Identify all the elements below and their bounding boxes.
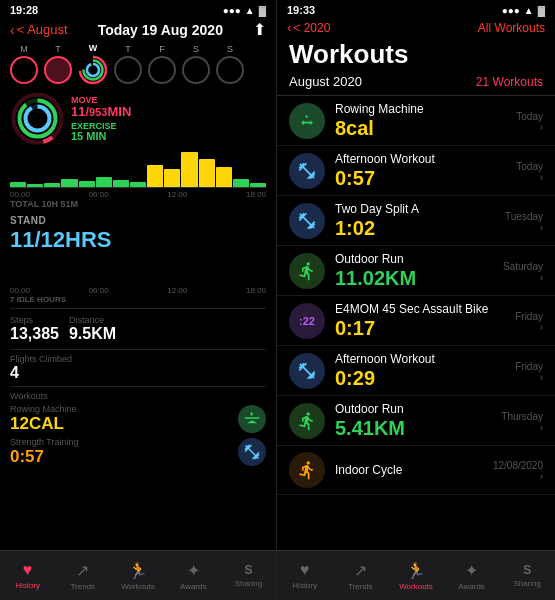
left-workout-strength[interactable]: Strength Training 0:57 [10, 437, 266, 467]
move-value: 11/953MIN [71, 105, 131, 119]
main-rings [10, 91, 65, 146]
trends-icon-right: ↗ [354, 561, 367, 580]
tab-history-right[interactable]: ♥ History [277, 561, 333, 590]
history-icon: ♥ [23, 561, 33, 579]
history-label-right: History [292, 581, 317, 590]
e4mom-day: Friday [515, 311, 543, 322]
right-panel: 19:33 ●●● ▲ ▓ ‹ < 2020 All Workouts Work… [277, 0, 555, 600]
svg-point-8 [26, 107, 50, 131]
left-strength-value: 0:57 [10, 447, 79, 467]
afternoon1-day: Today [516, 161, 543, 172]
workout-row-afternoon1[interactable]: Afternoon Workout 0:57 Today › [277, 146, 555, 196]
tab-workouts-left[interactable]: 🏃 Workouts [110, 561, 165, 591]
left-status-icons: ●●● ▲ ▓ [223, 5, 266, 16]
strength-icon-badge [238, 438, 266, 466]
workout-row-rowing[interactable]: Rowing Machine 8cal Today › [277, 96, 555, 146]
outdoorrun2-chevron: › [540, 422, 543, 433]
separator-3 [10, 386, 266, 387]
workout-row-e4mom[interactable]: :22 E4MOM 45 Sec Assault Bike 0:17 Frida… [277, 296, 555, 346]
tab-sharing-left[interactable]: S Sharing [221, 563, 276, 588]
back-button[interactable]: ‹ < August [10, 22, 68, 38]
dumbbell-icon-left [243, 443, 261, 461]
dumbbell-icon-circle-1 [289, 153, 325, 189]
outdoorrun1-metric: 11.02KM [335, 267, 503, 289]
left-panel: 19:28 ●●● ▲ ▓ ‹ < August Today 19 Aug 20… [0, 0, 277, 600]
dumbbell-workout-icon-1 [297, 161, 317, 181]
afternoon1-name: Afternoon Workout [335, 152, 516, 166]
tab-trends-right[interactable]: ↗ Trends [333, 561, 389, 591]
awards-icon-left: ✦ [187, 561, 200, 580]
move-chart-section: 00:00 06:00 12:00 18:00 TOTAL 10H 51M [10, 150, 266, 209]
run-icon-circle-2 [289, 403, 325, 439]
day-item-sat[interactable]: S [182, 44, 210, 84]
share-icon[interactable]: ⬆ [253, 20, 266, 39]
timer-icon-circle: :22 [289, 303, 325, 339]
day-item-thu[interactable]: T [114, 44, 142, 84]
afternoon2-day: Friday [515, 361, 543, 372]
workouts-icon-right: 🏃 [406, 561, 426, 580]
wifi-icon: ▲ [245, 5, 255, 16]
sharing-label-right: Sharing [513, 579, 541, 588]
left-strength-name: Strength Training [10, 437, 79, 447]
chevron-left-icon: ‹ [10, 22, 15, 38]
trends-icon: ↗ [76, 561, 89, 580]
dumbbell-icon-circle-2 [289, 203, 325, 239]
right-back-button[interactable]: ‹ < 2020 [287, 20, 330, 35]
tab-sharing-right[interactable]: S Sharing [499, 563, 555, 588]
afternoon1-info: Afternoon Workout 0:57 [335, 152, 516, 189]
separator-1 [10, 308, 266, 309]
exercise-value: 15 MIN [71, 131, 131, 142]
signal-icon: ●●● [223, 5, 241, 16]
workout-row-twodaysplit[interactable]: Two Day Split A 1:02 Tuesday › [277, 196, 555, 246]
rowing-icon-badge [238, 405, 266, 433]
right-signal-icon: ●●● [502, 5, 520, 16]
afternoon1-chevron: › [540, 172, 543, 183]
day-item-fri[interactable]: F [148, 44, 176, 84]
rowing-chevron: › [540, 122, 543, 133]
left-workout-rowing[interactable]: Rowing Machine 12CAL [10, 404, 266, 434]
e4mom-info: E4MOM 45 Sec Assault Bike 0:17 [335, 302, 515, 339]
awards-label-left: Awards [180, 582, 207, 591]
tab-awards-right[interactable]: ✦ Awards [444, 561, 500, 591]
day-item-sun[interactable]: S [216, 44, 244, 84]
outdoorrun2-metric: 5.41KM [335, 417, 501, 439]
right-tab-bar: ♥ History ↗ Trends 🏃 Workouts ✦ Awards S… [277, 550, 555, 600]
afternoon2-metric: 0:29 [335, 367, 515, 389]
distance-value: 9.5KM [69, 325, 116, 343]
stand-value: 11/12HRS [10, 228, 266, 252]
tab-trends-left[interactable]: ↗ Trends [55, 561, 110, 591]
workout-row-outdoorrun1[interactable]: Outdoor Run 11.02KM Saturday › [277, 246, 555, 296]
tab-history-left[interactable]: ♥ History [0, 561, 55, 590]
main-rings-svg [10, 91, 65, 146]
rowing-icon [243, 410, 261, 428]
cycle-icon-circle [289, 452, 325, 488]
tab-awards-left[interactable]: ✦ Awards [166, 561, 221, 591]
workout-row-indoorcycle[interactable]: Indoor Cycle 12/08/2020 › [277, 446, 555, 495]
workout-row-outdoorrun2[interactable]: Outdoor Run 5.41KM Thursday › [277, 396, 555, 446]
afternoon2-chevron: › [540, 372, 543, 383]
stand-chart [10, 254, 266, 284]
twodaysplit-day: Tuesday [505, 211, 543, 222]
activity-display: MOVE 11/953MIN EXERCISE 15 MIN [10, 91, 266, 146]
left-rowing-value: 12CAL [10, 414, 77, 434]
day-item-mon[interactable]: M [10, 44, 38, 84]
workouts-section-label: Workouts [10, 391, 266, 401]
e4mom-name: E4MOM 45 Sec Assault Bike [335, 302, 515, 316]
trends-label-right: Trends [348, 582, 373, 591]
workouts-icon-left: 🏃 [128, 561, 148, 580]
workout-row-afternoon2[interactable]: Afternoon Workout 0:29 Friday › [277, 346, 555, 396]
day-item-tue[interactable]: T [44, 44, 72, 84]
right-time: 19:33 [287, 4, 315, 16]
right-status-bar: 19:33 ●●● ▲ ▓ [277, 0, 555, 18]
day-item-wed[interactable]: W [78, 43, 108, 85]
right-battery-icon: ▓ [538, 5, 545, 16]
all-workouts-button[interactable]: All Workouts [478, 21, 545, 35]
tab-workouts-right[interactable]: 🏃 Workouts [388, 561, 444, 591]
outdoorrun2-info: Outdoor Run 5.41KM [335, 402, 501, 439]
rowing-workout-icon [297, 111, 317, 131]
move-chart [10, 150, 266, 188]
right-nav-bar: ‹ < 2020 All Workouts [277, 18, 555, 39]
left-time: 19:28 [10, 4, 38, 16]
outdoorrun1-info: Outdoor Run 11.02KM [335, 252, 503, 289]
flights-label: Flights Climbed [10, 354, 266, 364]
